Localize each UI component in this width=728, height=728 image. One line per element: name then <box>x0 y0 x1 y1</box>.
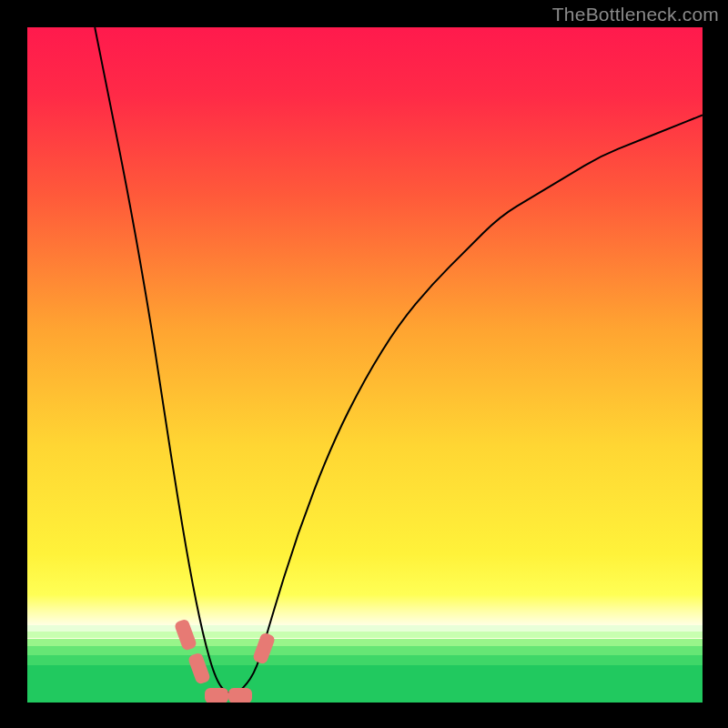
chart-frame: TheBottleneck.com <box>0 0 728 728</box>
curve-svg <box>27 27 703 703</box>
valley-marker <box>205 688 228 703</box>
watermark-text: TheBottleneck.com <box>552 4 719 25</box>
valley-marker <box>228 688 252 703</box>
plot-area <box>27 27 703 703</box>
bottleneck-curve <box>95 27 703 693</box>
